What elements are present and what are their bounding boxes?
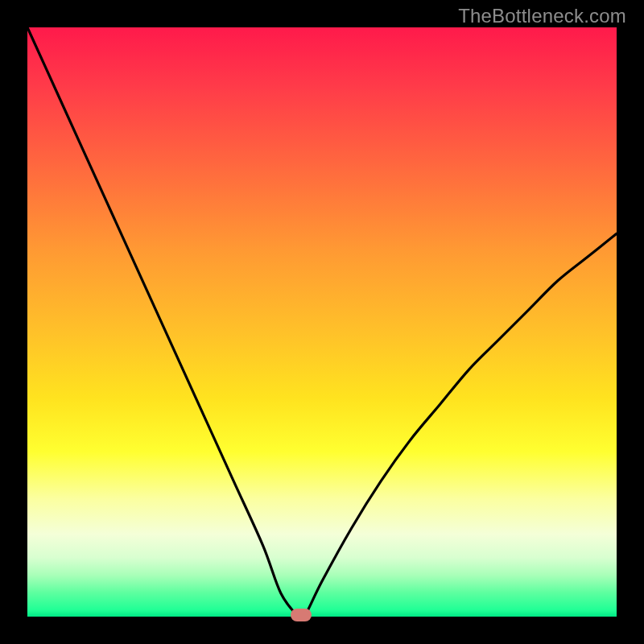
plot-area — [27, 27, 617, 617]
optimum-marker — [291, 609, 312, 621]
bottleneck-curve — [27, 27, 617, 617]
watermark-text: TheBottleneck.com — [458, 5, 626, 27]
chart-frame: TheBottleneck.com — [0, 0, 644, 644]
